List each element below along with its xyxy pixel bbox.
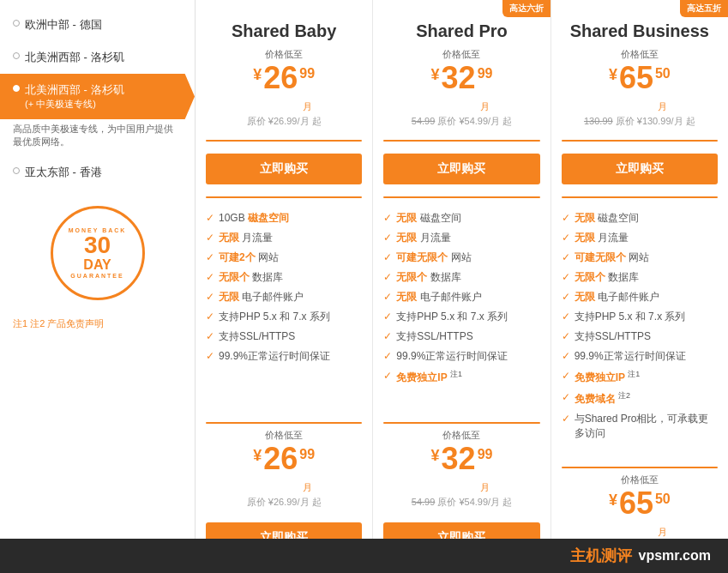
price-original-text: 原价 ¥54.99/月 起 [437, 116, 512, 126]
sidebar: 欧洲中部 - 德国 北美洲西部 - 洛杉矶 北美洲西部 - 洛杉矶 (+ 中美极… [0, 0, 196, 573]
check-icon: ✓ [206, 232, 214, 244]
plan-baby-price-top: 价格低至 ¥ 26 99 月 原价 ¥26.99/月 起 [206, 48, 362, 128]
price-label-bottom: 价格低至 [383, 429, 539, 442]
check-icon: ✓ [383, 370, 392, 382]
check-icon: ✓ [562, 271, 570, 283]
plan-baby: Shared Baby 价格低至 ¥ 26 99 月 原价 ¥26.99/月 起… [196, 0, 372, 573]
price-label: 价格低至 [562, 48, 718, 61]
footer-site-name: 主机测评 [570, 546, 632, 566]
check-icon: ✓ [562, 391, 570, 403]
footer-bar: 主机测评 vpsmr.com [0, 539, 728, 573]
divider [562, 467, 718, 468]
footnote[interactable]: 注1 注2 产品免责声明 [0, 317, 195, 330]
sidebar-item-sub-label: (+ 中美极速专线) [25, 98, 124, 111]
feature-item: ✓可建无限个 网站 [383, 248, 539, 268]
price-original: 130.99 原价 ¥130.99/月 起 [562, 115, 718, 128]
buy-button-business-top[interactable]: 立即购买 [562, 154, 718, 184]
money-back-line2: DAY [83, 257, 111, 273]
features-list-baby: ✓10GB 磁盘空间 ✓无限 月流量 ✓可建2个 网站 ✓无限个 数据库 ✓无限… [206, 208, 362, 366]
feature-item: ✓无限个 数据库 [562, 268, 718, 287]
plan-pro-price-top: 价格低至 ¥ 32 99 月 54.99 原价 ¥54.99/月 起 [383, 48, 539, 128]
feature-item: ✓免费独立IP 注1 [383, 366, 539, 388]
sidebar-description: 高品质中美极速专线，为中国用户提供最优质网络。 [0, 119, 195, 156]
plan-business: 高达五折 Shared Business 价格低至 ¥ 65 50 月 130.… [551, 0, 728, 573]
divider [383, 196, 539, 198]
price-period-b: 月 [478, 481, 493, 494]
plan-pro-price-bottom: 价格低至 ¥ 32 99 月 54.99 原价 ¥54.99/月 起 立即购买 [383, 408, 539, 560]
check-icon: ✓ [206, 271, 214, 283]
check-icon: ✓ [383, 330, 392, 342]
price-original: 54.99 原价 ¥54.99/月 起 [383, 115, 539, 128]
price-period: 月 [478, 100, 493, 113]
check-icon: ✓ [206, 251, 214, 263]
plan-business-price-top: 价格低至 ¥ 65 50 月 130.99 原价 ¥130.99/月 起 [562, 48, 718, 128]
main-content: Shared Baby 价格低至 ¥ 26 99 月 原价 ¥26.99/月 起… [196, 0, 728, 573]
check-icon: ✓ [206, 330, 214, 342]
check-icon: ✓ [206, 350, 214, 362]
check-icon: ✓ [383, 232, 392, 244]
price-strike-b: 54.99 [412, 497, 436, 507]
price-period-b: 月 [655, 526, 671, 539]
price-period: 月 [655, 100, 671, 113]
features-list-business: ✓无限 磁盘空间 ✓无限 月流量 ✓可建无限个 网站 ✓无限个 数据库 ✓无限 … [562, 208, 718, 443]
price-original-b: 原价 ¥26.99/月 起 [206, 496, 362, 509]
check-icon: ✓ [562, 212, 570, 224]
sidebar-item-label: 亚太东部 - 香港 [25, 165, 102, 180]
feature-item: ✓免费独立IP 注1 [562, 366, 718, 388]
plan-pro-title: Shared Pro [383, 21, 539, 41]
feature-item: ✓99.9%正常运行时间保证 [383, 347, 539, 366]
feature-item: ✓无限 电子邮件账户 [383, 287, 539, 307]
price-currency: ¥ [609, 66, 617, 84]
buy-button-pro-top[interactable]: 立即购买 [383, 154, 539, 184]
sidebar-item-la[interactable]: 北美洲西部 - 洛杉矶 [0, 41, 195, 74]
divider [206, 196, 362, 198]
price-currency: ¥ [431, 66, 440, 84]
sidebar-item-hk[interactable]: 亚太东部 - 香港 [0, 156, 195, 189]
price-decimal-b: 99 [478, 447, 493, 462]
price-integer-b: 26 [263, 443, 298, 474]
price-original-text: 原价 ¥130.99/月 起 [616, 116, 695, 126]
divider [562, 196, 718, 198]
sidebar-item-europe[interactable]: 欧洲中部 - 德国 [0, 9, 195, 41]
price-orig-text-b: 原价 ¥54.99/月 起 [437, 497, 512, 507]
divider [383, 140, 539, 142]
check-icon: ✓ [562, 311, 570, 323]
sidebar-item-la-premium[interactable]: 北美洲西部 - 洛杉矶 (+ 中美极速专线) [0, 74, 195, 119]
price-label: 价格低至 [383, 48, 539, 61]
dot-icon [13, 20, 20, 27]
price-period-b: 月 [299, 481, 315, 494]
feature-item: ✓无限 磁盘空间 [383, 208, 539, 228]
feature-item: ✓99.9%正常运行时间保证 [562, 347, 718, 366]
check-icon: ✓ [562, 232, 570, 244]
footer-site-url: vpsmr.com [639, 548, 711, 564]
feature-item: ✓99.9%正常运行时间保证 [206, 347, 362, 366]
check-icon: ✓ [206, 291, 214, 303]
price-integer: 32 [442, 63, 476, 93]
dot-icon [13, 52, 20, 59]
dot-icon [13, 85, 20, 92]
price-label: 价格低至 [206, 48, 362, 61]
price-currency-b: ¥ [253, 447, 262, 465]
price-currency-b: ¥ [431, 447, 440, 465]
check-icon: ✓ [562, 370, 570, 382]
price-currency: ¥ [253, 66, 262, 84]
feature-item: ✓免费域名 注2 [562, 388, 718, 409]
check-icon: ✓ [383, 212, 392, 224]
price-label-bottom: 价格低至 [562, 473, 718, 486]
price-decimal-b: 99 [299, 447, 315, 462]
check-icon: ✓ [562, 251, 570, 263]
money-back-line3: GUARANTEE [70, 273, 123, 279]
check-icon: ✓ [562, 330, 570, 342]
buy-button-baby-top[interactable]: 立即购买 [206, 154, 362, 184]
plan-business-title: Shared Business [562, 21, 718, 41]
price-decimal-b: 50 [655, 492, 671, 507]
check-icon: ✓ [383, 251, 392, 263]
feature-item: ✓无限 电子邮件账户 [562, 287, 718, 307]
feature-item: ✓支持PHP 5.x 和 7.x 系列 [206, 307, 362, 327]
feature-item: ✓无限个 数据库 [206, 268, 362, 287]
sidebar-item-label: 北美洲西部 - 洛杉矶 [25, 50, 124, 65]
feature-item: ✓支持SSL/HTTPS [206, 327, 362, 347]
feature-item: ✓无限 月流量 [383, 228, 539, 248]
plan-baby-title: Shared Baby [206, 21, 362, 41]
feature-item: ✓无限 月流量 [562, 228, 718, 248]
